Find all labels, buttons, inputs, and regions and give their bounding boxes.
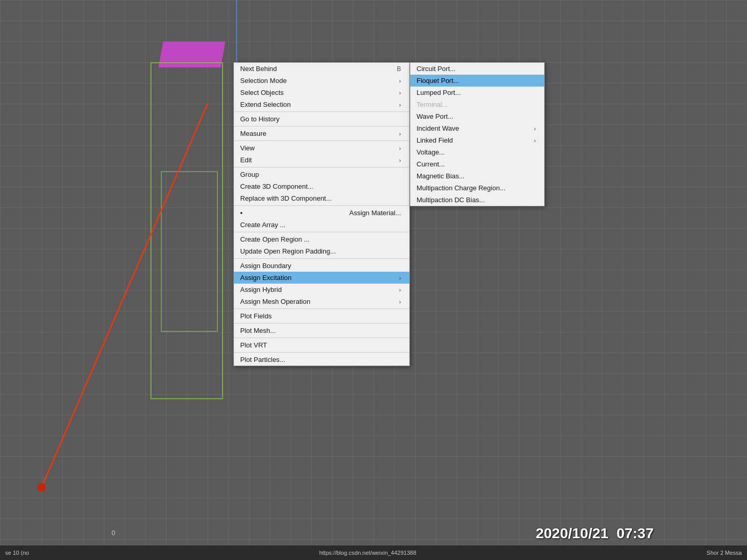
submenu-label-incident-wave: Incident Wave	[417, 124, 459, 132]
menu-label-edit: Edit	[240, 156, 252, 164]
submenu-item-wave-port[interactable]: Wave Port...	[410, 110, 544, 122]
menu-item-assign-material[interactable]: ▪ Assign Material...	[234, 207, 409, 219]
submenu-item-magnetic-bias[interactable]: Magnetic Bias...	[410, 170, 544, 182]
separator-6	[234, 232, 409, 232]
arrow-icon-linked-field: ›	[534, 137, 536, 144]
menu-item-assign-hybrid[interactable]: Assign Hybrid ›	[234, 284, 409, 296]
submenu-item-current[interactable]: Current...	[410, 158, 544, 170]
submenu-label-magnetic-bias: Magnetic Bias...	[417, 172, 465, 180]
menu-label-plot-mesh: Plot Mesh...	[240, 327, 276, 334]
submenu-label-wave-port: Wave Port...	[417, 113, 453, 120]
arrow-icon-assign-hybrid: ›	[399, 287, 401, 293]
submenu-label-multipaction-charge: Multipaction Charge Region...	[417, 184, 505, 192]
arrow-icon-view: ›	[399, 145, 401, 151]
menu-item-plot-particles[interactable]: Plot Particles...	[234, 354, 409, 366]
statusbar-left: se 10 (no	[5, 550, 29, 556]
menu-label-replace-3d: Replace with 3D Component...	[240, 194, 331, 202]
submenu-label-floquet-port: Floquet Port...	[417, 77, 459, 85]
menu-item-assign-mesh[interactable]: Assign Mesh Operation ›	[234, 296, 409, 307]
menu-item-plot-vrt[interactable]: Plot VRT	[234, 339, 409, 351]
menu-label-measure: Measure	[240, 130, 267, 137]
menu-item-edit[interactable]: Edit ›	[234, 154, 409, 166]
menu-item-update-open-region[interactable]: Update Open Region Padding...	[234, 245, 409, 257]
menu-item-create-3d[interactable]: Create 3D Component...	[234, 180, 409, 192]
menu-label-create-array: Create Array ...	[240, 221, 285, 229]
separator-11	[234, 352, 409, 353]
separator-10	[234, 338, 409, 338]
arrow-icon-selection-mode: ›	[399, 78, 401, 84]
menu-item-plot-fields[interactable]: Plot Fields	[234, 310, 409, 322]
arrow-icon-extend-selection: ›	[399, 102, 401, 108]
menu-item-create-array[interactable]: Create Array ...	[234, 219, 409, 231]
menu-label-view: View	[240, 144, 255, 152]
submenu-assign-excitation[interactable]: Circuit Port... Floquet Port... Lumped P…	[410, 62, 545, 206]
menu-item-replace-3d[interactable]: Replace with 3D Component...	[234, 192, 409, 204]
separator-1	[234, 111, 409, 112]
menu-label-assign-boundary: Assign Boundary	[240, 262, 291, 270]
menu-label-assign-excitation: Assign Excitation	[240, 274, 292, 282]
menu-label-selection-mode: Selection Mode	[240, 77, 287, 85]
menu-item-select-objects[interactable]: Select Objects ›	[234, 87, 409, 99]
separator-2	[234, 126, 409, 127]
menu-label-assign-mesh: Assign Mesh Operation	[240, 298, 310, 305]
material-icon: ▪	[240, 209, 248, 217]
statusbar: se 10 (no https://blog.csdn.net/weixin_4…	[0, 545, 747, 560]
separator-3	[234, 141, 409, 141]
submenu-item-circuit-port[interactable]: Circuit Port...	[410, 63, 544, 75]
statusbar-right: Shor 2 Messa	[707, 550, 742, 556]
separator-7	[234, 258, 409, 259]
menu-item-measure[interactable]: Measure ›	[234, 128, 409, 139]
menu-label-select-objects: Select Objects	[240, 89, 284, 96]
menu-label-update-open-region: Update Open Region Padding...	[240, 247, 336, 255]
submenu-label-current: Current...	[417, 160, 445, 168]
arrow-icon-assign-mesh: ›	[399, 299, 401, 305]
menu-label-group: Group	[240, 171, 259, 178]
menu-label-plot-vrt: Plot VRT	[240, 341, 267, 349]
context-menu-wrapper: Next Behind B Selection Mode › Select Ob…	[233, 62, 545, 366]
submenu-item-lumped-port[interactable]: Lumped Port...	[410, 87, 544, 99]
menu-item-view[interactable]: View ›	[234, 142, 409, 154]
menu-label-assign-material: Assign Material...	[349, 209, 401, 217]
arrow-icon-measure: ›	[399, 131, 401, 137]
timestamp: 2020/10/21 07:37	[536, 525, 654, 542]
submenu-item-multipaction-charge[interactable]: Multipaction Charge Region...	[410, 182, 544, 194]
menu-item-extend-selection[interactable]: Extend Selection ›	[234, 99, 409, 110]
submenu-label-voltage: Voltage...	[417, 148, 445, 156]
menu-item-next-behind[interactable]: Next Behind B	[234, 63, 409, 75]
arrow-icon-select-objects: ›	[399, 90, 401, 96]
menu-item-create-open-region[interactable]: Create Open Region ...	[234, 233, 409, 245]
menu-item-group[interactable]: Group	[234, 169, 409, 180]
menu-item-selection-mode[interactable]: Selection Mode ›	[234, 75, 409, 87]
menu-item-assign-boundary[interactable]: Assign Boundary	[234, 260, 409, 272]
separator-8	[234, 309, 409, 309]
submenu-label-lumped-port: Lumped Port...	[417, 89, 461, 96]
submenu-item-floquet-port[interactable]: Floquet Port...	[410, 75, 544, 87]
menu-shortcut-next-behind: B	[397, 65, 401, 73]
submenu-label-circuit-port: Circuit Port...	[417, 65, 455, 73]
timestamp-time: 07:37	[616, 525, 654, 541]
menu-label-plot-fields: Plot Fields	[240, 312, 272, 320]
submenu-label-terminal: Terminal...	[417, 101, 448, 108]
menu-item-assign-excitation[interactable]: Assign Excitation ›	[234, 272, 409, 284]
arrow-icon-incident-wave: ›	[534, 125, 536, 132]
coord-zero-label: 0	[112, 529, 115, 537]
submenu-item-linked-field[interactable]: Linked Field ›	[410, 134, 544, 146]
submenu-item-voltage[interactable]: Voltage...	[410, 146, 544, 158]
context-menu[interactable]: Next Behind B Selection Mode › Select Ob…	[233, 62, 410, 366]
separator-9	[234, 323, 409, 324]
submenu-item-multipaction-dc[interactable]: Multipaction DC Bias...	[410, 194, 544, 206]
submenu-item-incident-wave[interactable]: Incident Wave ›	[410, 122, 544, 134]
menu-label-create-open-region: Create Open Region ...	[240, 235, 310, 243]
timestamp-date: 2020/10/21	[536, 525, 608, 541]
menu-label-go-to-history: Go to History	[240, 115, 280, 123]
statusbar-url: https://blog.csdn.net/weixin_44291388	[319, 550, 416, 556]
menu-label-extend-selection: Extend Selection	[240, 101, 291, 108]
menu-item-go-to-history[interactable]: Go to History	[234, 113, 409, 125]
submenu-label-linked-field: Linked Field	[417, 136, 453, 144]
menu-item-plot-mesh[interactable]: Plot Mesh...	[234, 325, 409, 337]
separator-4	[234, 167, 409, 167]
menu-label-plot-particles: Plot Particles...	[240, 356, 285, 363]
green-box-inner	[161, 171, 218, 332]
submenu-item-terminal[interactable]: Terminal...	[410, 99, 544, 110]
menu-label-next-behind: Next Behind	[240, 65, 277, 73]
